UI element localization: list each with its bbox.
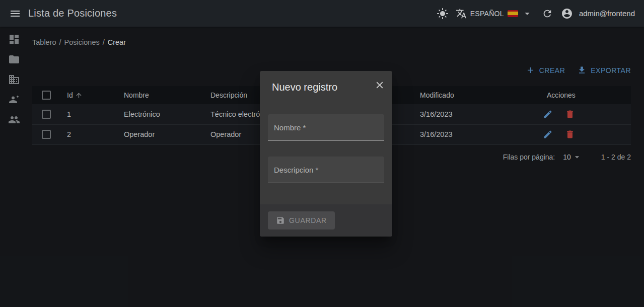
dialog-toolbar: GUARDAR (260, 204, 392, 237)
nombre-field[interactable] (268, 114, 384, 141)
save-button[interactable]: GUARDAR (268, 211, 335, 229)
descripcion-field[interactable] (268, 157, 384, 183)
save-floppy-icon (276, 216, 285, 225)
close-icon[interactable] (374, 80, 385, 91)
dialog-title: Nuevo registro (272, 82, 337, 93)
new-record-dialog: Nuevo registro GUARDAR (260, 71, 392, 237)
